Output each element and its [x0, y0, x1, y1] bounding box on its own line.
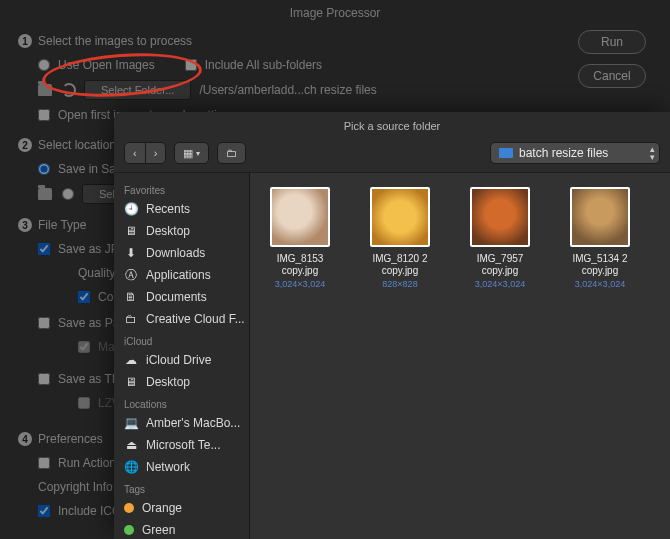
file-thumbnail: [370, 187, 430, 247]
sidebar-item-label: Documents: [146, 290, 207, 304]
run-button[interactable]: Run: [578, 30, 646, 54]
lzw-checkbox: [78, 397, 90, 409]
sidebar-item-applications[interactable]: ⒶApplications: [114, 264, 249, 286]
picker-sidebar: Favorites 🕘Recents 🖥Desktop ⬇Downloads Ⓐ…: [114, 173, 250, 539]
chevron-down-icon: ▾: [196, 149, 200, 158]
desktop-icon: 🖥: [124, 375, 138, 389]
sidebar-item-label: Recents: [146, 202, 190, 216]
laptop-icon: 💻: [124, 416, 138, 430]
use-open-images-radio[interactable]: [38, 59, 50, 71]
sidebar-tag-orange[interactable]: Orange: [114, 497, 249, 519]
sidebar-item-creative-cloud[interactable]: 🗀Creative Cloud F...: [114, 308, 249, 330]
run-action-checkbox[interactable]: [38, 457, 50, 469]
file-item[interactable]: IMG_8153 copy.jpg 3,024×3,024: [260, 187, 340, 289]
network-icon: 🌐: [124, 460, 138, 474]
include-subfolders-checkbox[interactable]: [185, 59, 197, 71]
sidebar-item-label: iCloud Drive: [146, 353, 211, 367]
folder-icon: [38, 84, 52, 96]
sidebar-item-label: Network: [146, 460, 190, 474]
sidebar-item-documents[interactable]: 🗎Documents: [114, 286, 249, 308]
use-open-images-label: Use Open Images: [58, 58, 155, 72]
selected-path: /Users/amberladd...ch resize files: [199, 83, 376, 97]
view-mode-button[interactable]: ▦ ▾: [174, 142, 209, 164]
group-by-button[interactable]: 🗀: [217, 142, 246, 164]
copyright-label: Copyright Info:: [38, 480, 116, 494]
nav-forward-button[interactable]: ›: [146, 142, 167, 164]
file-dimensions: 3,024×3,024: [560, 279, 640, 289]
sidebar-item-label: Green: [142, 523, 175, 537]
convert-checkbox[interactable]: [78, 291, 90, 303]
disk-icon: ⏏: [124, 438, 138, 452]
applications-icon: Ⓐ: [124, 268, 138, 282]
cloud-icon: ☁: [124, 353, 138, 367]
open-first-checkbox[interactable]: [38, 109, 50, 121]
save-psd-checkbox[interactable]: [38, 317, 50, 329]
save-psd-label: Save as PS: [58, 316, 121, 330]
folder-icon: 🗀: [226, 147, 237, 159]
sidebar-item-label: Microsoft Te...: [146, 438, 220, 452]
run-action-label: Run Action:: [58, 456, 119, 470]
sidebar-item-macbook[interactable]: 💻Amber's MacBo...: [114, 412, 249, 434]
sidebar-item-desktop[interactable]: 🖥Desktop: [114, 220, 249, 242]
file-item[interactable]: IMG_7957 copy.jpg 3,024×3,024: [460, 187, 540, 289]
save-tiff-checkbox[interactable]: [38, 373, 50, 385]
path-dropdown[interactable]: batch resize files ▴▾: [490, 142, 660, 164]
picker-content[interactable]: IMG_8153 copy.jpg 3,024×3,024 IMG_8120 2…: [250, 173, 670, 539]
sidebar-icloud-head: iCloud: [114, 330, 249, 349]
picker-prompt: Pick a source folder: [114, 112, 670, 138]
sidebar-favorites-head: Favorites: [114, 179, 249, 198]
sidebar-item-label: Amber's MacBo...: [146, 416, 240, 430]
sidebar-item-label: Downloads: [146, 246, 205, 260]
save-tiff-label: Save as TIF: [58, 372, 122, 386]
grid-icon: ▦: [183, 147, 193, 160]
sidebar-item-microsoft[interactable]: ⏏Microsoft Te...: [114, 434, 249, 456]
step-badge-3: 3: [18, 218, 32, 232]
desktop-icon: 🖥: [124, 224, 138, 238]
file-dimensions: 3,024×3,024: [260, 279, 340, 289]
chevron-left-icon: ‹: [133, 147, 137, 159]
file-dimensions: 828×828: [360, 279, 440, 289]
save-same-label: Save in Sa: [58, 162, 116, 176]
file-item[interactable]: IMG_5134 2 copy.jpg 3,024×3,024: [560, 187, 640, 289]
file-thumbnail: [570, 187, 630, 247]
sidebar-item-label: Desktop: [146, 375, 190, 389]
cancel-button[interactable]: Cancel: [578, 64, 646, 88]
chevron-right-icon: ›: [154, 147, 158, 159]
sidebar-item-icloud-desktop[interactable]: 🖥Desktop: [114, 371, 249, 393]
sidebar-item-label: Orange: [142, 501, 182, 515]
file-name: IMG_8153 copy.jpg: [260, 253, 340, 277]
file-name: IMG_7957 copy.jpg: [460, 253, 540, 277]
step-badge-4: 4: [18, 432, 32, 446]
file-thumbnail: [270, 187, 330, 247]
save-other-radio[interactable]: [62, 188, 74, 200]
save-jpeg-label: Save as JP: [58, 242, 119, 256]
reload-icon[interactable]: [62, 83, 76, 97]
file-item[interactable]: IMG_8120 2 copy.jpg 828×828: [360, 187, 440, 289]
file-thumbnail: [470, 187, 530, 247]
save-jpeg-checkbox[interactable]: [38, 243, 50, 255]
updown-arrows-icon: ▴▾: [650, 145, 655, 161]
sidebar-item-recents[interactable]: 🕘Recents: [114, 198, 249, 220]
nav-back-button[interactable]: ‹: [124, 142, 146, 164]
step-badge-2: 2: [18, 138, 32, 152]
step3-heading: File Type: [38, 218, 86, 232]
include-icc-checkbox[interactable]: [38, 505, 50, 517]
sidebar-item-network[interactable]: 🌐Network: [114, 456, 249, 478]
sidebar-tag-green[interactable]: Green: [114, 519, 249, 539]
save-same-radio[interactable]: [38, 163, 50, 175]
sidebar-item-label: Creative Cloud F...: [146, 312, 245, 326]
download-icon: ⬇: [124, 246, 138, 260]
sidebar-locations-head: Locations: [114, 393, 249, 412]
select-folder-button[interactable]: Select Folder...: [84, 80, 191, 100]
step-badge-1: 1: [18, 34, 32, 48]
sidebar-item-icloud-drive[interactable]: ☁iCloud Drive: [114, 349, 249, 371]
file-name: IMG_8120 2 copy.jpg: [360, 253, 440, 277]
folder-icon: [38, 188, 52, 200]
folder-picker-sheet: Pick a source folder ‹ › ▦ ▾ 🗀 batch res…: [114, 112, 670, 539]
maximize-checkbox: [78, 341, 90, 353]
folder-mini-icon: [499, 148, 513, 158]
folder-icon: 🗀: [124, 312, 138, 326]
include-subfolders-label: Include All sub-folders: [205, 58, 322, 72]
step4-heading: Preferences: [38, 432, 103, 446]
sidebar-item-downloads[interactable]: ⬇Downloads: [114, 242, 249, 264]
